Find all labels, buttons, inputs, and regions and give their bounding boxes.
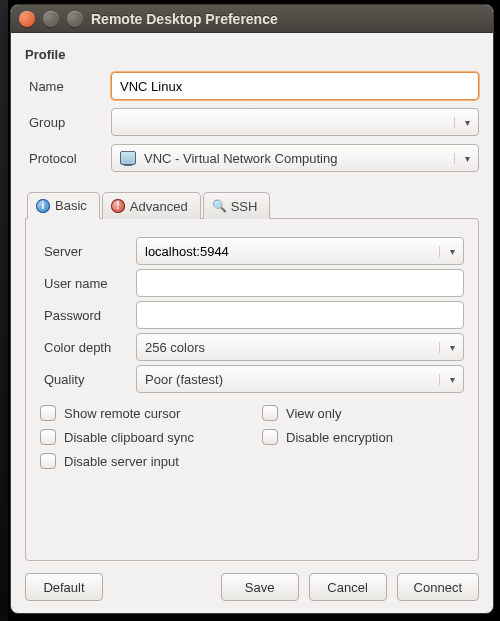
connect-button[interactable]: Connect	[397, 573, 479, 601]
check-label: Disable encryption	[286, 430, 393, 445]
profile-heading: Profile	[25, 47, 479, 62]
chevron-down-icon: ▾	[454, 117, 474, 128]
default-button[interactable]: Default	[25, 573, 103, 601]
colordepth-label: Color depth	[40, 340, 130, 355]
protocol-select[interactable]: VNC - Virtual Network Computing ▾	[111, 144, 479, 172]
desktop-background	[0, 0, 8, 621]
check-disable-server-input[interactable]: Disable server input	[40, 453, 242, 469]
check-label: Disable clipboard sync	[64, 430, 194, 445]
username-input[interactable]	[136, 269, 464, 297]
window-title: Remote Desktop Preference	[91, 11, 278, 27]
close-icon[interactable]	[19, 11, 35, 27]
warning-icon	[111, 199, 125, 213]
checkbox-icon	[262, 429, 278, 445]
quality-value: Poor (fastest)	[145, 372, 223, 387]
info-icon	[36, 199, 50, 213]
checkbox-icon	[40, 405, 56, 421]
check-label: View only	[286, 406, 341, 421]
checkbox-icon	[262, 405, 278, 421]
quality-label: Quality	[40, 372, 130, 387]
check-disable-clipboard-sync[interactable]: Disable clipboard sync	[40, 429, 242, 445]
server-input[interactable]	[145, 238, 433, 264]
username-label: User name	[40, 276, 130, 291]
name-label: Name	[25, 79, 105, 94]
tab-bar: Basic Advanced 🔍 SSH	[25, 192, 479, 219]
password-label: Password	[40, 308, 130, 323]
name-input[interactable]	[111, 72, 479, 100]
group-select[interactable]: ▾	[111, 108, 479, 136]
colordepth-value: 256 colors	[145, 340, 205, 355]
titlebar[interactable]: Remote Desktop Preference	[11, 5, 493, 33]
protocol-label: Protocol	[25, 151, 105, 166]
spacer	[113, 573, 211, 601]
password-input[interactable]	[136, 301, 464, 329]
checkbox-icon	[40, 453, 56, 469]
tab-advanced-label: Advanced	[130, 199, 188, 214]
server-combo[interactable]: ▾	[136, 237, 464, 265]
check-show-remote-cursor[interactable]: Show remote cursor	[40, 405, 242, 421]
server-label: Server	[40, 244, 130, 259]
maximize-icon[interactable]	[67, 11, 83, 27]
check-view-only[interactable]: View only	[262, 405, 464, 421]
group-label: Group	[25, 115, 105, 130]
check-label: Show remote cursor	[64, 406, 180, 421]
colordepth-select[interactable]: 256 colors ▾	[136, 333, 464, 361]
tab-basic[interactable]: Basic	[27, 192, 100, 219]
chevron-down-icon: ▾	[439, 246, 459, 257]
preference-window: Remote Desktop Preference Profile Name G…	[10, 4, 494, 614]
minimize-icon[interactable]	[43, 11, 59, 27]
quality-select[interactable]: Poor (fastest) ▾	[136, 365, 464, 393]
window-content: Profile Name Group ▾ Protocol VNC - Virt…	[11, 33, 493, 613]
tab-ssh[interactable]: 🔍 SSH	[203, 192, 271, 219]
tab-basic-label: Basic	[55, 198, 87, 213]
check-label: Disable server input	[64, 454, 179, 469]
protocol-value: VNC - Virtual Network Computing	[144, 151, 337, 166]
checkbox-icon	[40, 429, 56, 445]
chevron-down-icon: ▾	[439, 342, 459, 353]
tab-advanced[interactable]: Advanced	[102, 192, 201, 219]
check-disable-encryption[interactable]: Disable encryption	[262, 429, 464, 445]
monitor-icon	[120, 151, 136, 165]
button-bar: Default Save Cancel Connect	[25, 573, 479, 601]
chevron-down-icon: ▾	[439, 374, 459, 385]
cancel-button[interactable]: Cancel	[309, 573, 387, 601]
search-icon: 🔍	[212, 199, 226, 213]
tab-panel-basic: Server ▾ User name Password Color depth	[25, 218, 479, 561]
chevron-down-icon: ▾	[454, 153, 474, 164]
save-button[interactable]: Save	[221, 573, 299, 601]
tab-ssh-label: SSH	[231, 199, 258, 214]
